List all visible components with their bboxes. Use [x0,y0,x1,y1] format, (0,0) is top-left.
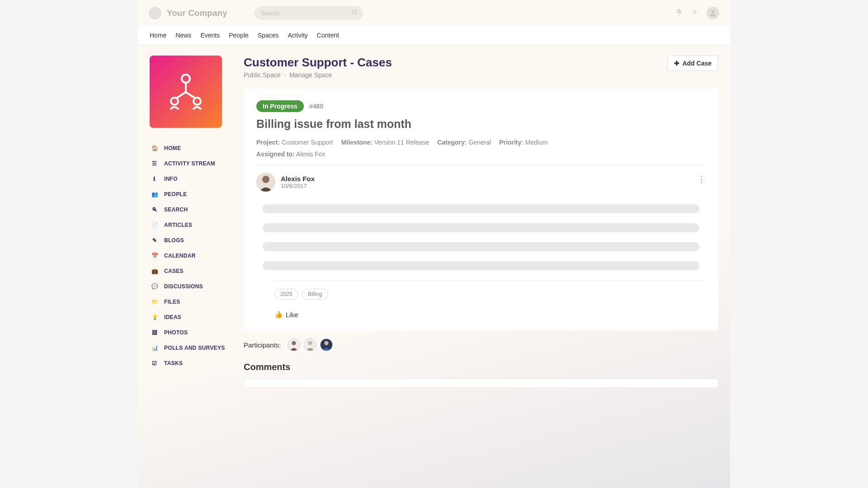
sidebar-item-discussions[interactable]: 💬DISCUSSIONS [150,279,231,294]
plus-icon[interactable] [691,9,698,18]
tags-row: 2025 Billing [274,289,706,300]
folder-icon: 📁 [151,299,158,305]
svg-line-1 [355,14,357,15]
sidebar-item-label: ACTIVITY STREAM [164,160,215,167]
nav-events[interactable]: Events [200,32,220,39]
sidebar-item-label: TASKS [164,360,183,366]
bulb-icon: 💡 [151,314,158,320]
participant-avatar[interactable] [320,338,333,351]
tag[interactable]: 2025 [274,289,298,300]
priority-value: Medium [525,139,548,146]
sidebar-item-photos[interactable]: 🖼PHOTOS [150,325,231,340]
plus-circle-icon: ✚ [674,60,679,67]
briefcase-icon: 💼 [151,268,158,274]
manage-space-link[interactable]: Manage Space [289,71,332,79]
svg-point-0 [352,10,356,14]
sidebar-item-label: PHOTOS [164,329,188,336]
sidebar-item-activity[interactable]: ☰ACTIVITY STREAM [150,156,231,171]
like-button[interactable]: 👍 Like [274,310,298,319]
sidebar-item-files[interactable]: 📁FILES [150,294,231,310]
sidebar-item-search[interactable]: 🔍︎SEARCH [150,202,231,217]
bell-icon[interactable] [675,8,683,18]
blog-icon: ✎ [151,237,158,244]
nav-news[interactable]: News [175,32,191,39]
project-label: Project: [256,139,280,146]
placeholder-line [263,204,699,213]
sidebar-item-label: IDEAS [164,314,181,320]
milestone-label: Milestone: [341,139,373,146]
sidebar-item-people[interactable]: 👥PEOPLE [150,187,231,202]
divider [274,280,706,281]
author-avatar[interactable] [256,173,275,192]
sidebar-item-label: FILES [164,299,180,305]
list-icon: ☰ [151,160,158,167]
page-meta: Public Space · Manage Space [244,71,392,79]
nav-activity[interactable]: Activity [288,32,307,39]
tag[interactable]: Billing [302,289,328,300]
participants-label: Participants: [244,341,281,349]
info-icon: ℹ [151,176,158,182]
sidebar-item-info[interactable]: ℹINFO [150,171,231,187]
nav-home[interactable]: Home [150,32,166,39]
people-icon: 👥 [151,191,158,197]
svg-point-9 [171,98,178,105]
more-menu-icon[interactable]: ⋮ [698,174,706,184]
page-header: Customer Support - Cases Public Space · … [244,56,718,79]
add-case-button[interactable]: ✚ Add Case [667,56,718,71]
sidebar-item-home[interactable]: 🏠HOME [150,141,231,156]
nav-people[interactable]: People [229,32,249,39]
home-icon: 🏠 [151,145,158,151]
case-body [256,204,706,270]
sidebar-item-label: SEARCH [164,206,188,213]
thumbs-up-icon: 👍 [274,310,283,319]
author-name[interactable]: Alexis Fox [281,175,315,183]
svg-line-7 [176,92,186,99]
sidebar-item-label: POLLS AND SURVEYS [164,345,225,351]
milestone-value: Version 11 Release [374,139,429,146]
search-input[interactable] [261,10,357,17]
sidebar-item-blogs[interactable]: ✎BLOGS [150,233,231,248]
like-label: Like [286,311,298,319]
sidebar-item-polls[interactable]: 📊POLLS AND SURVEYS [150,340,231,356]
assigned-label: Assigned to: [256,150,295,158]
svg-point-18 [324,341,328,345]
sidebar-item-articles[interactable]: 📄ARTICLES [150,217,231,233]
sidebar-item-tasks[interactable]: ☑TASKS [150,356,231,371]
assigned-value: Alexis Fox [296,150,326,158]
sidebar-item-label: ARTICLES [164,222,192,228]
participants-row: Participants: [244,338,718,351]
svg-point-16 [308,341,312,345]
svg-point-5 [182,75,190,83]
sidebar-item-calendar[interactable]: 📅CALENDAR [150,248,231,263]
placeholder-line [263,261,699,270]
sidebar-item-cases[interactable]: 💼CASES [150,263,231,279]
page-title: Customer Support - Cases [244,56,392,70]
nav-spaces[interactable]: Spaces [258,32,279,39]
main-nav: Home News Events People Spaces Activity … [138,26,730,45]
participant-avatar[interactable] [288,338,300,351]
calendar-icon: 📅 [151,253,158,259]
svg-point-12 [262,176,269,183]
case-title: Billing issue from last month [256,117,706,131]
space-logo [150,56,222,128]
sidebar-item-label: CASES [164,268,184,274]
sidebar-item-label: BLOGS [164,237,184,244]
chat-icon: 💬 [151,283,158,290]
author-date: 10/6/2017 [281,183,315,189]
top-header: Your Company [138,0,730,26]
logo-circle-icon [149,7,161,19]
status-badge: In Progress [256,100,304,112]
divider [256,165,706,165]
sidebar-item-ideas[interactable]: 💡IDEAS [150,310,231,325]
participant-avatar[interactable] [304,338,316,351]
side-nav: 🏠HOME ☰ACTIVITY STREAM ℹINFO 👥PEOPLE 🔍︎S… [150,141,231,371]
search-icon[interactable] [351,9,358,17]
priority-label: Priority: [499,139,524,146]
svg-point-14 [292,341,296,345]
comments-box[interactable] [244,379,718,388]
sidebar-item-label: CALENDAR [164,253,196,259]
project-value: Customer Support [282,139,333,146]
comments-title: Comments [244,362,718,372]
nav-content[interactable]: Content [317,32,339,39]
user-avatar-icon[interactable] [707,7,719,19]
